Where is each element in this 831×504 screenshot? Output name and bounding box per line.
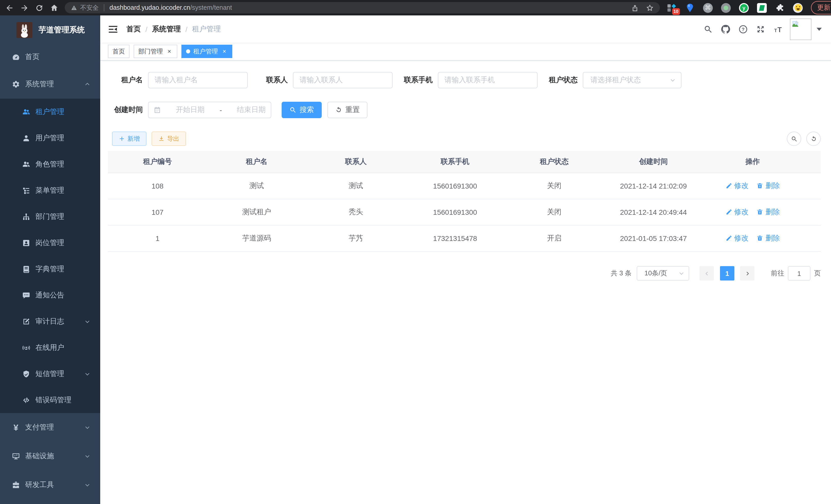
active-dot-icon xyxy=(186,49,190,53)
tab-0[interactable]: 首页 xyxy=(108,45,130,58)
date-start-placeholder[interactable]: 开始日期 xyxy=(176,105,204,115)
gutter xyxy=(802,173,821,199)
status-select[interactable]: 请选择租户状态 xyxy=(583,72,682,88)
mobile-input[interactable]: 请输入联系手机 xyxy=(438,72,538,88)
sidebar-item-label: 短信管理 xyxy=(35,369,64,378)
shield-icon xyxy=(22,369,30,378)
sidebar-item-label: 基础设施 xyxy=(25,452,54,461)
tab-2[interactable]: 租户管理 × xyxy=(181,45,232,58)
extensions-puzzle-icon[interactable] xyxy=(775,3,785,12)
cell-operations: 修改 删除 xyxy=(703,199,802,225)
browser-back-icon[interactable] xyxy=(5,3,14,12)
font-size-icon[interactable]: TT xyxy=(773,24,783,34)
cell-id: 107 xyxy=(108,199,207,225)
current-page[interactable]: 1 xyxy=(720,266,735,280)
next-page-button[interactable] xyxy=(740,266,754,280)
add-button[interactable]: 新增 xyxy=(112,131,146,146)
extensions-area: 10 ⌘ y xyxy=(667,3,803,12)
share-icon[interactable] xyxy=(631,4,639,11)
sidebar-item-4[interactable]: 角色管理 xyxy=(0,151,100,177)
prev-page-button[interactable] xyxy=(699,266,714,280)
sidebar-item-3[interactable]: 用户管理 xyxy=(0,125,100,151)
refresh-table-button[interactable] xyxy=(806,131,821,146)
edit-icon xyxy=(725,235,732,242)
search-icon xyxy=(791,136,797,142)
extension-green-dot-icon[interactable] xyxy=(721,3,731,12)
close-icon[interactable]: × xyxy=(221,48,228,55)
security-label[interactable]: 不安全 xyxy=(80,3,99,12)
page-content: 租户名 请输入租户名 联系人 请输入联系人 联系手机 请输入联系手机 租户状态 xyxy=(100,61,831,504)
chevron-down-icon xyxy=(84,318,90,324)
sidebar-item-8[interactable]: 字典管理 xyxy=(0,256,100,282)
url-text[interactable]: dashboard.yudao.iocoder.cn/system/tenant xyxy=(110,4,626,11)
sidebar-item-label: 通知公告 xyxy=(35,291,64,300)
date-end-placeholder[interactable]: 结束日期 xyxy=(237,105,266,115)
breadcrumb-item-0[interactable]: 首页 xyxy=(126,24,141,34)
sidebar-item-14[interactable]: ¥ 支付管理 xyxy=(0,413,100,442)
toggle-search-button[interactable] xyxy=(787,131,801,146)
avatar[interactable] xyxy=(790,18,811,40)
pagination: 共 3 条 10条/页 1 前往 1 页 xyxy=(108,266,821,280)
header-search-icon[interactable] xyxy=(704,24,713,34)
contact-input[interactable]: 请输入联系人 xyxy=(293,72,393,88)
tab-label: 租户管理 xyxy=(193,47,218,56)
delete-link[interactable]: 删除 xyxy=(757,234,780,243)
extension-balloon-icon[interactable] xyxy=(685,3,695,12)
close-icon[interactable]: × xyxy=(166,48,173,55)
export-button[interactable]: 导出 xyxy=(152,131,186,146)
sidebar-item-15[interactable]: 基础设施 xyxy=(0,442,100,471)
profile-avatar-icon[interactable] xyxy=(793,3,803,12)
sidebar-item-label: 岗位管理 xyxy=(35,238,64,247)
tenant-name-input[interactable]: 请输入租户名 xyxy=(148,72,248,88)
search-button[interactable]: 搜索 xyxy=(282,102,322,118)
extension-command-icon[interactable]: ⌘ xyxy=(703,3,713,12)
address-bar[interactable]: 不安全 dashboard.yudao.iocoder.cn/system/te… xyxy=(65,2,660,13)
breadcrumb-item-1[interactable]: 系统管理 xyxy=(152,24,181,34)
sidebar-item-label: 首页 xyxy=(25,52,39,62)
sidebar-item-2[interactable]: 租户管理 xyxy=(0,99,100,125)
chevron-left-icon xyxy=(704,270,710,276)
sidebar-item-13[interactable]: 错误码管理 xyxy=(0,387,100,413)
github-icon[interactable] xyxy=(721,24,730,34)
sidebar-item-6[interactable]: 部门管理 xyxy=(0,203,100,230)
sidebar-item-11[interactable]: 在线用户 xyxy=(0,334,100,361)
bookmark-star-icon[interactable] xyxy=(646,4,654,11)
column-header: 创建时间 xyxy=(604,151,703,173)
sidebar-item-7[interactable]: 岗位管理 xyxy=(0,230,100,256)
sidebar-item-label: 字典管理 xyxy=(35,264,64,274)
svg-text:?: ? xyxy=(742,26,744,32)
avatar-caret-icon[interactable] xyxy=(816,28,822,31)
edit-link[interactable]: 修改 xyxy=(725,208,748,217)
goto-page-input[interactable]: 1 xyxy=(788,266,810,280)
fullscreen-icon[interactable] xyxy=(756,24,765,34)
extension-squares-icon[interactable]: 10 xyxy=(667,3,677,12)
sidebar-item-1[interactable]: 系统管理 xyxy=(0,70,100,99)
tab-1[interactable]: 部门管理 × xyxy=(134,45,177,58)
calendar-icon xyxy=(154,106,161,114)
sidebar-item-16[interactable]: 研发工具 xyxy=(0,471,100,499)
browser-forward-icon[interactable] xyxy=(20,3,29,12)
sidebar-item-10[interactable]: 审计日志 xyxy=(0,308,100,334)
sidebar-item-5[interactable]: 菜单管理 xyxy=(0,177,100,203)
sidebar-item-9[interactable]: 通知公告 xyxy=(0,282,100,308)
edit-link[interactable]: 修改 xyxy=(725,234,748,243)
reset-button[interactable]: 重置 xyxy=(327,102,368,118)
message-icon xyxy=(22,291,30,299)
cell-created: 2021-01-05 17:03:47 xyxy=(604,225,703,251)
page-size-select[interactable]: 10条/页 xyxy=(637,266,689,280)
edit-link[interactable]: 修改 xyxy=(725,181,748,190)
browser-home-icon[interactable] xyxy=(50,3,59,12)
sidebar-item-label: 系统管理 xyxy=(25,80,54,89)
browser-update-button[interactable]: 更新 ⋮ xyxy=(811,1,831,14)
browser-reload-icon[interactable] xyxy=(35,3,44,12)
extension-y-icon[interactable]: y xyxy=(739,3,749,12)
sidebar-item-12[interactable]: 短信管理 xyxy=(0,361,100,387)
date-range-picker[interactable]: 开始日期 - 结束日期 xyxy=(148,102,271,118)
extension-chat-icon[interactable] xyxy=(757,3,767,12)
delete-link[interactable]: 删除 xyxy=(757,208,780,217)
sidebar-toggle-icon[interactable] xyxy=(108,24,118,34)
sidebar-logo[interactable]: 芋道管理系统 xyxy=(0,16,100,44)
help-icon[interactable]: ? xyxy=(739,24,748,34)
sidebar-item-0[interactable]: 首页 xyxy=(0,44,100,70)
delete-link[interactable]: 删除 xyxy=(757,181,780,190)
